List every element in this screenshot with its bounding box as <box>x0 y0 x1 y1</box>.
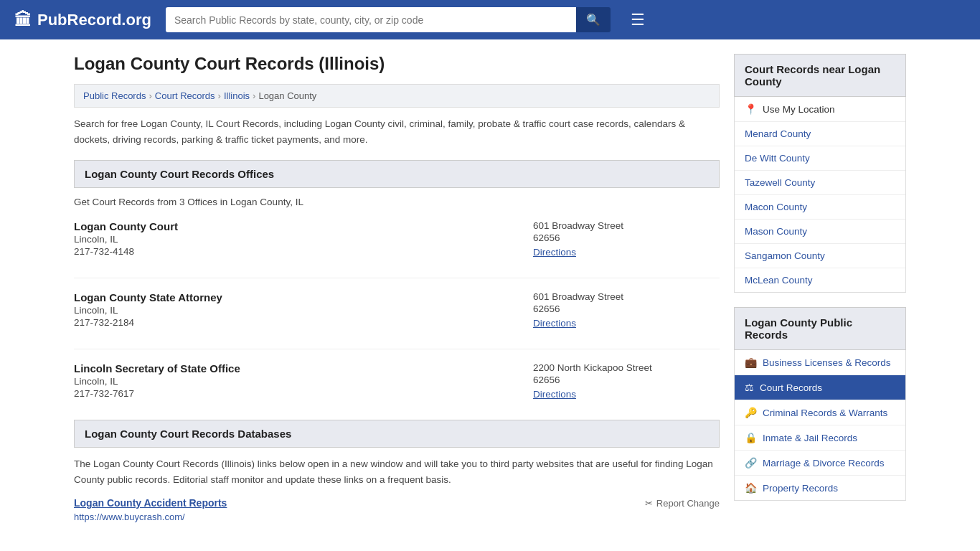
office-address-2: 601 Broadway Street <box>533 291 720 302</box>
search-input[interactable] <box>166 7 576 32</box>
logo-icon: 🏛 <box>14 10 32 30</box>
sidebar-public-records-list: 💼 Business Licenses & Records ⚖ Court Re… <box>734 350 906 501</box>
sidebar-item-court-records[interactable]: ⚖ Court Records <box>735 375 905 400</box>
office-zip-1: 62656 <box>533 232 720 243</box>
office-left-2: Logan County State Attorney Lincoln, IL … <box>74 291 533 329</box>
office-city-3: Lincoln, IL <box>74 376 533 387</box>
office-name-2: Logan County State Attorney <box>74 291 533 303</box>
office-address-1: 601 Broadway Street <box>533 220 720 231</box>
breadcrumb-illinois[interactable]: Illinois <box>224 90 250 101</box>
property-icon: 🏠 <box>745 482 757 494</box>
business-icon: 💼 <box>745 357 757 368</box>
office-name-3: Lincoln Secretary of State Office <box>74 362 533 375</box>
sidebar-item-inmate[interactable]: 🔒 Inmate & Jail Records <box>735 425 905 451</box>
sidebar-item-tazewell[interactable]: Tazewell County <box>735 171 905 195</box>
office-address-3: 2200 North Kickapoo Street <box>533 362 720 373</box>
sidebar-item-label-business: Business Licenses & Records <box>763 357 891 368</box>
sidebar-item-label-macon: Macon County <box>745 202 807 212</box>
site-logo[interactable]: 🏛 PubRecord.org <box>14 10 151 30</box>
sidebar-item-menard[interactable]: Menard County <box>735 122 905 146</box>
sidebar-item-label-criminal: Criminal Records & Warrants <box>763 408 887 418</box>
page-wrapper: Logan County Court Records (Illinois) Pu… <box>60 39 920 522</box>
sidebar-item-use-location[interactable]: 📍 Use My Location <box>735 97 905 122</box>
office-zip-3: 62656 <box>533 375 720 385</box>
sidebar-item-label-location: Use My Location <box>763 104 835 115</box>
breadcrumb-court-records[interactable]: Court Records <box>155 90 215 101</box>
sidebar-item-mason[interactable]: Mason County <box>735 220 905 244</box>
sidebar-item-label-court: Court Records <box>760 382 822 393</box>
databases-section-header: Logan County Court Records Databases <box>74 420 720 448</box>
sidebar-item-label-dewitt: De Witt County <box>745 153 810 164</box>
sidebar-item-business[interactable]: 💼 Business Licenses & Records <box>735 350 905 375</box>
db-url[interactable]: https://www.buycrash.com/ <box>74 512 720 522</box>
marriage-icon: 🔗 <box>745 457 757 468</box>
office-phone-2: 217-732-2184 <box>74 317 533 328</box>
location-icon: 📍 <box>745 103 757 115</box>
office-name-1: Logan County Court <box>74 220 533 232</box>
office-entry-1: Logan County Court Lincoln, IL 217-732-4… <box>74 220 720 258</box>
sidebar-item-marriage[interactable]: 🔗 Marriage & Divorce Records <box>735 451 905 476</box>
office-right-2: 601 Broadway Street 62656 Directions <box>533 291 720 329</box>
menu-icon[interactable]: ☰ <box>631 11 645 29</box>
page-title: Logan County Court Records (Illinois) <box>74 54 720 74</box>
office-divider-1 <box>74 278 720 278</box>
directions-link-3[interactable]: Directions <box>533 389 576 400</box>
sidebar-item-label-tazewell: Tazewell County <box>745 177 815 188</box>
sidebar-nearby-header: Court Records near Logan County <box>734 54 906 97</box>
office-right-3: 2200 North Kickapoo Street 62656 Directi… <box>533 362 720 400</box>
offices-section-desc: Get Court Records from 3 Offices in Loga… <box>74 197 720 207</box>
office-zip-2: 62656 <box>533 303 720 314</box>
databases-desc: The Logan County Court Records (Illinois… <box>74 456 720 487</box>
office-city-1: Lincoln, IL <box>74 234 533 245</box>
sidebar-item-mclean[interactable]: McLean County <box>735 268 905 292</box>
sidebar-item-label-marriage: Marriage & Divorce Records <box>763 458 885 468</box>
sidebar-item-sangamon[interactable]: Sangamon County <box>735 244 905 268</box>
logo-text: PubRecord.org <box>37 11 151 29</box>
office-entry-3: Lincoln Secretary of State Office Lincol… <box>74 362 720 400</box>
office-phone-1: 217-732-4148 <box>74 246 533 257</box>
breadcrumb-county: Logan County <box>258 90 316 101</box>
databases-section: Logan County Court Records Databases The… <box>74 420 720 522</box>
db-link[interactable]: Logan County Accident Reports <box>74 497 227 509</box>
sidebar-nearby-list: 📍 Use My Location Menard County De Witt … <box>734 97 906 293</box>
sidebar-item-label-mclean: McLean County <box>745 275 813 286</box>
search-button[interactable]: 🔍 <box>576 7 611 32</box>
report-change-icon: ✂ <box>645 498 653 509</box>
sidebar-item-label-mason: Mason County <box>745 226 807 237</box>
sidebar-item-label-inmate: Inmate & Jail Records <box>763 433 857 443</box>
page-description: Search for free Logan County, IL Court R… <box>74 116 720 147</box>
office-left-3: Lincoln Secretary of State Office Lincol… <box>74 362 533 400</box>
office-city-2: Lincoln, IL <box>74 305 533 316</box>
report-change-label: Report Change <box>656 498 720 509</box>
sidebar: Court Records near Logan County 📍 Use My… <box>734 54 906 522</box>
inmate-icon: 🔒 <box>745 432 757 443</box>
sidebar-item-dewitt[interactable]: De Witt County <box>735 146 905 171</box>
sidebar-item-property[interactable]: 🏠 Property Records <box>735 476 905 500</box>
office-left-1: Logan County Court Lincoln, IL 217-732-4… <box>74 220 533 258</box>
sidebar-item-label-property: Property Records <box>763 483 838 494</box>
sidebar-item-label-menard: Menard County <box>745 128 811 139</box>
search-bar: 🔍 <box>166 7 611 32</box>
report-change[interactable]: ✂ Report Change <box>645 498 720 509</box>
sidebar-item-macon[interactable]: Macon County <box>735 195 905 220</box>
db-row: Logan County Accident Reports ✂ Report C… <box>74 497 720 509</box>
office-entry-2: Logan County State Attorney Lincoln, IL … <box>74 291 720 329</box>
breadcrumb-public-records[interactable]: Public Records <box>83 90 146 101</box>
sidebar-public-records-header: Logan County Public Records <box>734 307 906 350</box>
sidebar-item-label-sangamon: Sangamon County <box>745 250 825 261</box>
offices-section-header: Logan County Court Records Offices <box>74 160 720 188</box>
main-content: Logan County Court Records (Illinois) Pu… <box>74 54 720 522</box>
office-divider-2 <box>74 349 720 349</box>
directions-link-2[interactable]: Directions <box>533 318 576 329</box>
breadcrumb: Public Records › Court Records › Illinoi… <box>74 84 720 108</box>
court-icon: ⚖ <box>745 382 754 393</box>
sidebar-item-criminal[interactable]: 🔑 Criminal Records & Warrants <box>735 400 905 425</box>
office-right-1: 601 Broadway Street 62656 Directions <box>533 220 720 258</box>
directions-link-1[interactable]: Directions <box>533 247 576 258</box>
office-phone-3: 217-732-7617 <box>74 388 533 399</box>
site-header: 🏛 PubRecord.org 🔍 ☰ <box>0 0 980 39</box>
criminal-icon: 🔑 <box>745 407 757 418</box>
